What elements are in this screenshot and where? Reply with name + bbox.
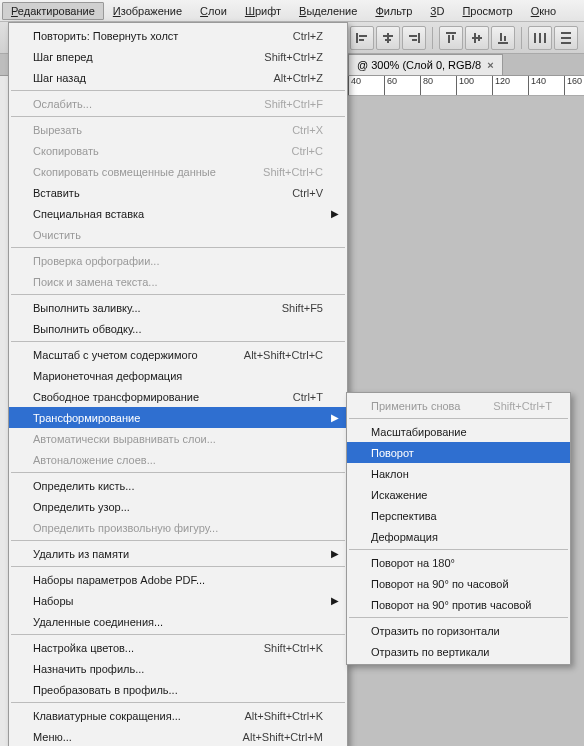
menu-item-label: Масштаб с учетом содержимого — [33, 349, 224, 361]
edit-menu-item-38[interactable]: Преобразовать в профиль... — [9, 679, 347, 700]
edit-menu-item-17[interactable]: Выполнить обводку... — [9, 318, 347, 339]
menubar-item-изображение[interactable]: Изображение — [104, 2, 191, 20]
menu-item-shortcut: Alt+Shift+Ctrl+C — [224, 349, 323, 361]
svg-rect-3 — [387, 33, 389, 43]
edit-menu-item-41[interactable]: Меню...Alt+Shift+Ctrl+M — [9, 726, 347, 746]
menubar-item-окно[interactable]: Окно — [522, 2, 566, 20]
transform-item-6[interactable]: Перспектива — [347, 505, 570, 526]
transform-item-3[interactable]: Поворот — [347, 442, 570, 463]
transform-item-9[interactable]: Поворот на 180° — [347, 552, 570, 573]
edit-menu-item-26[interactable]: Определить кисть... — [9, 475, 347, 496]
edit-menu-item-24: Автоналожение слоев... — [9, 449, 347, 470]
menu-item-label: Проверка орфографии... — [33, 255, 323, 267]
transform-item-14[interactable]: Отразить по вертикали — [347, 641, 570, 662]
menu-item-label: Клавиатурные сокращения... — [33, 710, 224, 722]
svg-rect-2 — [359, 39, 364, 41]
menu-item-label: Поворот — [371, 447, 552, 459]
menubar-item-фильтр[interactable]: Фильтр — [366, 2, 421, 20]
align-middle-button[interactable] — [465, 26, 489, 50]
edit-menu-item-37[interactable]: Назначить профиль... — [9, 658, 347, 679]
menubar-item-3d[interactable]: 3D — [421, 2, 453, 20]
menubar-item-шрифт[interactable]: Шрифт — [236, 2, 290, 20]
menu-item-label: Поворот на 90° против часовой — [371, 599, 552, 611]
distribute-h-button[interactable] — [528, 26, 552, 50]
transform-item-2[interactable]: Масштабирование — [347, 421, 570, 442]
align-right-button[interactable] — [402, 26, 426, 50]
menu-item-label: Применить снова — [371, 400, 473, 412]
transform-item-7[interactable]: Деформация — [347, 526, 570, 547]
submenu-arrow-icon: ▶ — [331, 412, 339, 423]
edit-menu-item-21[interactable]: Свободное трансформированиеCtrl+T — [9, 386, 347, 407]
menu-separator — [11, 90, 345, 91]
submenu-arrow-icon: ▶ — [331, 548, 339, 559]
horizontal-ruler: 406080100120140160 — [348, 76, 584, 96]
menu-item-shortcut: Shift+Ctrl+Z — [244, 51, 323, 63]
menu-item-label: Преобразовать в профиль... — [33, 684, 323, 696]
align-top-button[interactable] — [439, 26, 463, 50]
menu-item-label: Наклон — [371, 468, 552, 480]
edit-menu-item-40[interactable]: Клавиатурные сокращения...Alt+Shift+Ctrl… — [9, 705, 347, 726]
menubar-item-выделение[interactable]: Выделение — [290, 2, 366, 20]
edit-menu-item-36[interactable]: Настройка цветов...Shift+Ctrl+K — [9, 637, 347, 658]
menu-separator — [11, 540, 345, 541]
edit-menu-item-19[interactable]: Масштаб с учетом содержимогоAlt+Shift+Ct… — [9, 344, 347, 365]
document-tab-title: @ 300% (Слой 0, RGB/8 — [357, 59, 481, 71]
edit-menu-item-6: ВырезатьCtrl+X — [9, 119, 347, 140]
edit-menu-item-28: Определить произвольную фигуру... — [9, 517, 347, 538]
edit-menu-item-20[interactable]: Марионеточная деформация — [9, 365, 347, 386]
align-center-h-button[interactable] — [376, 26, 400, 50]
align-left-button[interactable] — [350, 26, 374, 50]
menu-item-label: Поворот на 180° — [371, 557, 552, 569]
align-bottom-button[interactable] — [491, 26, 515, 50]
edit-menu-item-33[interactable]: Наборы▶ — [9, 590, 347, 611]
menu-item-label: Перспектива — [371, 510, 552, 522]
ruler-tick: 40 — [348, 76, 361, 96]
transform-item-4[interactable]: Наклон — [347, 463, 570, 484]
menu-item-shortcut: Alt+Ctrl+Z — [253, 72, 323, 84]
svg-rect-17 — [504, 36, 506, 41]
close-icon[interactable]: × — [487, 59, 493, 71]
edit-menu-item-2[interactable]: Шаг назадAlt+Ctrl+Z — [9, 67, 347, 88]
transform-item-11[interactable]: Поворот на 90° против часовой — [347, 594, 570, 615]
document-tab[interactable]: @ 300% (Слой 0, RGB/8 × — [348, 54, 503, 75]
menu-item-label: Определить произвольную фигуру... — [33, 522, 323, 534]
ruler-tick: 80 — [420, 76, 433, 96]
edit-menu-item-0[interactable]: Повторить: Повернуть холстCtrl+Z — [9, 25, 347, 46]
menu-item-label: Наборы — [33, 595, 323, 607]
edit-menu-item-34[interactable]: Удаленные соединения... — [9, 611, 347, 632]
menu-item-label: Вставить — [33, 187, 272, 199]
ruler-tick: 60 — [384, 76, 397, 96]
svg-rect-10 — [448, 35, 450, 43]
edit-menu-item-1[interactable]: Шаг впередShift+Ctrl+Z — [9, 46, 347, 67]
menu-item-label: Шаг назад — [33, 72, 253, 84]
menu-item-label: Искажение — [371, 489, 552, 501]
edit-menu-item-4: Ослабить...Shift+Ctrl+F — [9, 93, 347, 114]
menu-separator — [349, 549, 568, 550]
svg-rect-12 — [472, 37, 482, 39]
menubar-item-слои[interactable]: Слои — [191, 2, 236, 20]
menu-item-label: Ослабить... — [33, 98, 244, 110]
menu-item-label: Деформация — [371, 531, 552, 543]
svg-rect-16 — [500, 33, 502, 41]
edit-menu-item-16[interactable]: Выполнить заливку...Shift+F5 — [9, 297, 347, 318]
menubar-item-редактирование[interactable]: Редактирование — [2, 2, 104, 20]
edit-menu-item-30[interactable]: Удалить из памяти▶ — [9, 543, 347, 564]
menubar-item-просмотр[interactable]: Просмотр — [453, 2, 521, 20]
menu-item-label: Назначить профиль... — [33, 663, 323, 675]
menu-item-label: Настройка цветов... — [33, 642, 244, 654]
distribute-v-button[interactable] — [554, 26, 578, 50]
edit-menu-item-10[interactable]: Специальная вставка▶ — [9, 203, 347, 224]
edit-menu-item-9[interactable]: ВставитьCtrl+V — [9, 182, 347, 203]
edit-menu-item-32[interactable]: Наборы параметров Adobe PDF... — [9, 569, 347, 590]
edit-menu-item-27[interactable]: Определить узор... — [9, 496, 347, 517]
transform-item-13[interactable]: Отразить по горизонтали — [347, 620, 570, 641]
edit-menu-item-22[interactable]: Трансформирование▶ — [9, 407, 347, 428]
menu-item-label: Определить кисть... — [33, 480, 323, 492]
edit-menu-item-14: Поиск и замена текста... — [9, 271, 347, 292]
menu-item-shortcut: Shift+Ctrl+T — [473, 400, 552, 412]
transform-item-10[interactable]: Поворот на 90° по часовой — [347, 573, 570, 594]
transform-item-5[interactable]: Искажение — [347, 484, 570, 505]
svg-rect-4 — [383, 35, 393, 37]
menu-item-shortcut: Shift+Ctrl+F — [244, 98, 323, 110]
svg-rect-13 — [474, 33, 476, 43]
